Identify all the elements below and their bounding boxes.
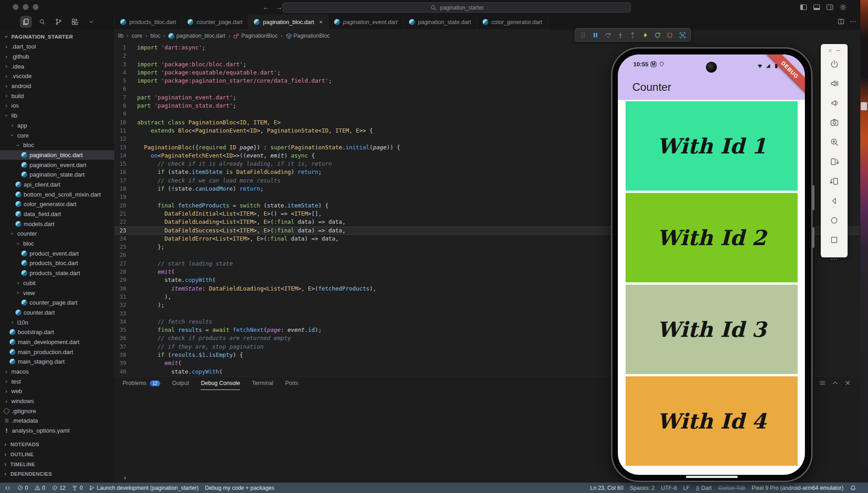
tree-item-pagination_bloc.dart[interactable]: pagination_bloc.dart [0, 150, 114, 160]
rotate-left-icon[interactable] [829, 157, 839, 167]
grip-icon[interactable] [580, 32, 587, 39]
volume-rocker[interactable] [812, 185, 814, 210]
list-item-4[interactable]: With Id 4 [626, 376, 798, 466]
tree-item-.gitignore[interactable]: .gitignore [0, 406, 114, 416]
tree-item-pagination_state.dart[interactable]: pagination_state.dart [0, 170, 114, 180]
volume-up-icon[interactable] [829, 79, 839, 89]
status-item-UTF-8[interactable]: UTF-8 [661, 485, 677, 491]
settings-gear-icon[interactable] [839, 3, 847, 11]
project-root-item[interactable]: › PAGINATION_STARTER [0, 32, 114, 42]
back-icon[interactable] [829, 196, 839, 206]
breadcrumb-item[interactable]: PaginationBloc [286, 33, 330, 39]
screenshot-camera-icon[interactable] [829, 118, 839, 128]
minimize-button[interactable] [23, 4, 29, 10]
tree-item-products_state.dart[interactable]: products_state.dart [0, 268, 114, 278]
step-out-icon[interactable] [629, 32, 636, 39]
status-item-LF[interactable]: LF [683, 485, 690, 491]
layout-sidebar-right-icon[interactable] [826, 3, 833, 11]
breadcrumb-item[interactable]: core [132, 33, 142, 39]
list-item-1[interactable]: With Id 1 [626, 101, 798, 191]
activity-chevron-down-icon[interactable] [85, 16, 97, 28]
minimize-emulator-icon[interactable] [835, 48, 841, 54]
tree-item-pagination_event.dart[interactable]: pagination_event.dart [0, 160, 114, 170]
nav-forward-icon[interactable]: → [276, 3, 282, 11]
tree-item-view[interactable]: ›view [0, 288, 114, 298]
tab-color_generator.dart[interactable]: color_generator.dart [477, 15, 548, 30]
tree-item-build[interactable]: ›build [0, 91, 114, 101]
tree-item-counter.dart[interactable]: counter.dart [0, 308, 114, 318]
status-item-0[interactable]: 0 [35, 485, 45, 491]
panel-tab-Debug Console[interactable]: Debug Console [201, 376, 240, 390]
output-menu-icon[interactable] [819, 380, 826, 386]
tree-item-bottom_end_scroll_mixin.dart[interactable]: bottom_end_scroll_mixin.dart [0, 189, 114, 199]
status-item-Dart[interactable]: {}Dart [696, 485, 712, 491]
status-item-Pixel 9 Pro (android-arm64 emulator)[interactable]: Pixel 9 Pro (android-arm64 emulator) [752, 485, 843, 491]
tab-pagination_bloc.dart[interactable]: pagination_bloc.dart× [248, 15, 328, 30]
close-button[interactable] [13, 4, 19, 10]
power-icon[interactable] [829, 59, 839, 69]
tree-item-api_client.dart[interactable]: api_client.dart [0, 180, 114, 190]
split-editor-icon[interactable] [838, 18, 844, 25]
tree-item-ios[interactable]: ›ios [0, 101, 114, 111]
command-center-search[interactable]: pagination_starter [282, 2, 631, 13]
tree-item-main_development.dart[interactable]: main_development.dart [0, 337, 114, 347]
sidebar-section-DEPENDENCIES[interactable]: ›DEPENDENCIES [0, 469, 114, 479]
activity-extensions-icon[interactable] [69, 16, 81, 28]
tree-item-bootstrap.dart[interactable]: bootstrap.dart [0, 327, 114, 337]
status-item-0[interactable]: 0 [72, 485, 83, 491]
tree-item-products_bloc.dart[interactable]: products_bloc.dart [0, 258, 114, 268]
close-panel-icon[interactable] [844, 380, 851, 386]
tree-item-main_staging.dart[interactable]: main_staging.dart [0, 357, 114, 367]
tree-item-product_event.dart[interactable]: product_event.dart [0, 248, 114, 258]
tree-item-.metadata[interactable]: ☰.metadata [0, 416, 114, 426]
list-item-3[interactable]: With Id 3 [626, 285, 798, 374]
tree-item-data_field.dart[interactable]: data_field.dart [0, 209, 114, 219]
breadcrumb-item[interactable]: PaginationBloc [233, 33, 277, 39]
activity-search-icon[interactable] [36, 16, 48, 28]
restart-icon[interactable] [654, 32, 661, 39]
tab-products_bloc.dart[interactable]: products_bloc.dart [115, 15, 182, 30]
status-item-0[interactable]: 0 [17, 485, 28, 491]
tree-item-app[interactable]: ›app [0, 121, 114, 131]
sidebar-section-TIMELINE[interactable]: ›TIMELINE [0, 459, 114, 469]
layout-sidebar-left-icon[interactable] [799, 3, 807, 11]
maximize-panel-icon[interactable] [832, 380, 838, 386]
step-into-icon[interactable] [617, 32, 624, 39]
status-item-remote-icon[interactable] [5, 485, 11, 491]
widget-inspector-icon[interactable] [679, 32, 686, 39]
activity-files-icon[interactable] [20, 16, 32, 28]
tree-item-.idea[interactable]: ›.idea [0, 61, 114, 71]
tree-item-macos[interactable]: ›macos [0, 367, 114, 377]
status-item-12[interactable]: 12 [52, 485, 66, 491]
tree-item-bloc[interactable]: ›bloc [0, 239, 114, 249]
nav-back-icon[interactable]: ← [262, 3, 269, 11]
rotate-right-icon[interactable] [829, 176, 839, 186]
status-item-bell-icon[interactable] [850, 485, 856, 491]
tree-item-models.dart[interactable]: models.dart [0, 219, 114, 229]
tree-item-.vscode[interactable]: ›.vscode [0, 71, 114, 81]
volume-down-icon[interactable] [829, 98, 839, 108]
tree-item-analysis_options.yaml[interactable]: !analysis_options.yaml [0, 426, 114, 436]
hot-reload-icon[interactable] [642, 32, 649, 39]
layout-panel-icon[interactable] [813, 3, 820, 11]
step-over-icon[interactable] [605, 32, 612, 39]
tree-item-core[interactable]: ›core [0, 130, 114, 140]
breadcrumb-item[interactable]: pagination_bloc.dart [168, 33, 225, 39]
home-icon[interactable] [829, 215, 839, 225]
tree-item-.dart_tool[interactable]: ›.dart_tool [0, 42, 114, 52]
tree-item-lib[interactable]: ›lib [0, 111, 114, 121]
tree-item-test[interactable]: ›test [0, 376, 114, 386]
more-icon[interactable] [829, 254, 839, 264]
activity-source-control-icon[interactable] [53, 16, 64, 28]
tab-pagination_state.dart[interactable]: pagination_state.dart [404, 15, 477, 30]
panel-tab-Output[interactable]: Output [172, 377, 189, 390]
tree-item-color_generator.dart[interactable]: color_generator.dart [0, 199, 114, 209]
tree-item-counter[interactable]: ›counter [0, 229, 114, 239]
tree-item-windows[interactable]: ›windows [0, 396, 114, 406]
zoom-in-icon[interactable] [829, 137, 839, 147]
breadcrumb-item[interactable]: bloc [150, 33, 160, 39]
zoom-button[interactable] [33, 4, 39, 10]
panel-tab-Terminal[interactable]: Terminal [252, 377, 273, 390]
power-button[interactable] [812, 227, 814, 248]
home-indicator[interactable] [686, 476, 738, 478]
